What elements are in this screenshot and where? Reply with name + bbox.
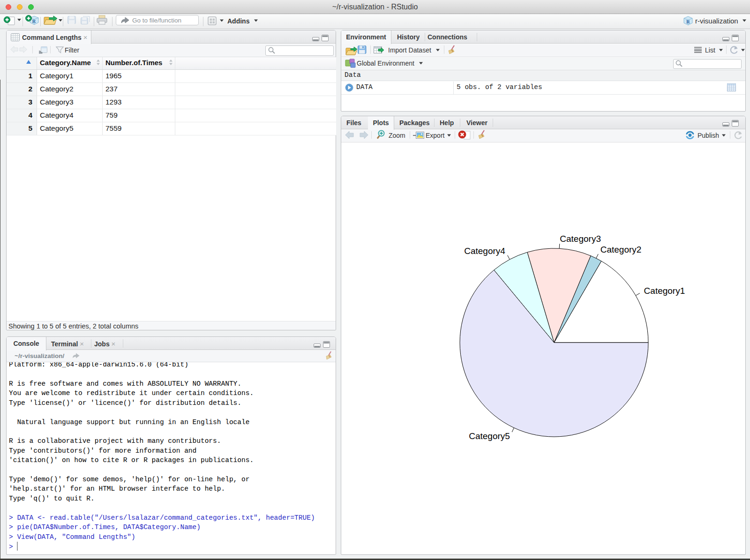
svg-text:R: R [32, 18, 37, 24]
svg-text:Category5: Category5 [469, 431, 510, 441]
svg-text:Category4: Category4 [464, 246, 505, 256]
svg-text:R: R [686, 19, 690, 24]
svg-text:Category3: Category3 [560, 234, 601, 244]
svg-text:Category2: Category2 [600, 245, 642, 254]
svg-text:Category1: Category1 [644, 286, 685, 296]
